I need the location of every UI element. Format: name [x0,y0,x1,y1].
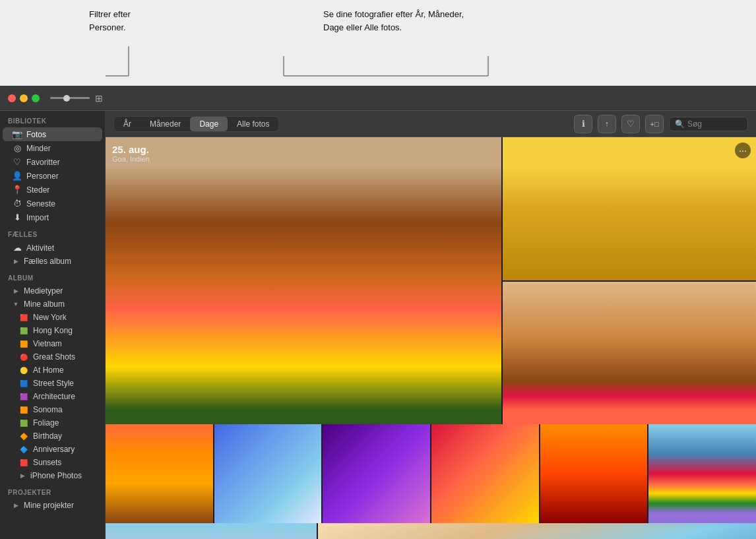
zoom-slider-thumb[interactable] [63,95,70,102]
iphone-photos-disclosure[interactable]: ▶ [18,472,26,480]
great-shots-icon: 🔴 [18,354,29,361]
photo-sari-blue-bg [323,424,430,523]
close-button[interactable] [8,94,16,102]
sidebar-item-minder-label: Minder [26,144,96,153]
import-icon: ⬇ [12,212,22,222]
view-all-button[interactable]: Alle fotos [228,117,278,131]
view-month-button[interactable]: Måneder [141,117,190,131]
sidebar-section-faelles: Fælles [0,224,105,241]
zoom-slider-track[interactable] [50,97,90,99]
sidebar-item-favoritter[interactable]: ♡ Favoritter [3,155,102,169]
search-input[interactable] [687,119,747,129]
sidebar-item-hong-kong[interactable]: 🟩 Hong Kong [3,324,102,337]
sidebar-section-album: Album [0,268,105,284]
sidebar-item-medietyper-label: Medietyper [24,286,96,296]
sidebar-item-anniversary-label: Anniversary [33,445,96,454]
sidebar-item-minder[interactable]: ◎ Minder [3,141,102,155]
sidebar-item-fotos[interactable]: 📷 Fotos [3,127,102,141]
photo-mosque[interactable] [106,523,317,539]
photo-sari-orange-bg [106,424,213,523]
mine-projekter-disclosure[interactable]: ▶ [12,501,20,509]
sidebar-item-great-shots-label: Great Shots [33,352,96,362]
photo-hands-bg [431,424,539,523]
photo-abstract[interactable] [318,523,756,539]
sidebar-item-steder[interactable]: 📍 Steder [3,183,102,197]
bottom-row-1 [106,424,756,523]
sidebar-item-new-york[interactable]: 🟥 New York [3,311,102,324]
faelles-album-disclosure[interactable]: ▶ [12,257,20,265]
sidebar-item-steder-label: Steder [26,185,96,195]
info-button[interactable]: ℹ [574,115,592,133]
sidebar-item-fotos-label: Fotos [26,130,96,139]
grid-view-icon[interactable]: ⊞ [95,93,103,104]
view-year-button[interactable]: År [114,117,141,131]
medietyper-disclosure[interactable]: ▶ [12,287,20,295]
at-home-icon: 🟡 [18,367,29,374]
sidebar-item-new-york-label: New York [33,313,96,322]
toolbar: År Måneder Dage Alle fotos ℹ ↑ ♡ +□ 🔍 [106,111,756,137]
sidebar-item-vietnam-label: Vietnam [33,339,96,348]
main-panel: År Måneder Dage Alle fotos ℹ ↑ ♡ +□ 🔍 [106,111,756,539]
photo-man[interactable]: ··· [503,137,756,280]
photo-abstract-bg [318,523,756,539]
photo-dancer[interactable] [214,424,322,523]
sidebar-item-aktivitet[interactable]: ☁ Aktivitet [3,241,102,255]
photo-orange-ground[interactable] [540,424,648,523]
sidebar-item-great-shots[interactable]: 🔴 Great Shots [3,350,102,364]
search-field[interactable]: 🔍 [669,117,748,131]
sidebar-item-architecture[interactable]: 🟪 Architecture [3,390,102,403]
zoom-slider-area[interactable]: ⊞ [50,93,103,104]
sidebar-item-personer[interactable]: 👤 Personer [3,169,102,183]
sidebar-item-mine-album-label: Mine album [24,300,96,309]
sidebar-item-hong-kong-label: Hong Kong [33,326,96,335]
sunsets-icon: 🟥 [18,459,29,466]
view-mode-control[interactable]: År Måneder Dage Alle fotos [113,116,279,132]
mine-album-disclosure[interactable]: ▼ [12,300,20,308]
add-to-album-button[interactable]: +□ [645,115,664,133]
sidebar-item-at-home[interactable]: 🟡 At Home [3,364,102,377]
sidebar-item-anniversary[interactable]: 🔷 Anniversary [3,443,102,456]
sidebar-item-seneste[interactable]: ⏱ Seneste [3,197,102,210]
architecture-icon: 🟪 [18,393,29,400]
more-button[interactable]: ··· [735,143,751,158]
seneste-icon: ⏱ [12,199,22,208]
photo-date-label: 25. aug. [112,144,150,155]
sidebar-item-sunsets[interactable]: 🟥 Sunsets [3,456,102,469]
main-photo-column: 25. aug. Goa, Indien [106,137,501,424]
sidebar-item-mine-projekter[interactable]: ▶ Mine projekter [3,499,102,512]
app-window: Filtrer efter Personer. Se dine fotograf… [0,0,756,539]
photo-man-bg [503,137,756,280]
street-style-icon: 🟦 [18,380,29,387]
minimize-button[interactable] [20,94,28,102]
sidebar-item-birthday[interactable]: 🔶 Birthday [3,429,102,443]
sidebar-item-medietyper[interactable]: ▶ Medietyper [3,284,102,298]
sidebar-item-faelles-album[interactable]: ▶ Fælles album [3,255,102,268]
photo-main-woman[interactable]: 25. aug. Goa, Indien [106,137,501,424]
photo-hands[interactable] [431,424,539,523]
sidebar-item-sonoma[interactable]: 🟧 Sonoma [3,403,102,416]
photo-mosque-bg [106,523,317,539]
photo-sari-blue[interactable] [323,424,430,523]
photo-sari-orange[interactable] [106,424,213,523]
sidebar-item-street-style[interactable]: 🟦 Street Style [3,377,102,390]
sidebar-item-favoritter-label: Favoritter [26,158,96,167]
favorite-button[interactable]: ♡ [621,115,640,133]
photo-orange-ground-bg [540,424,648,523]
photo-grid-area: 25. aug. Goa, Indien ··· [106,137,756,539]
sidebar-item-foliage[interactable]: 🟩 Foliage [3,416,102,429]
content-area: Bibliotek 📷 Fotos ◎ Minder ♡ Favoritter … [0,111,756,539]
sidebar-item-iphone-photos[interactable]: ▶ iPhone Photos [3,469,102,482]
vietnam-icon: 🟧 [18,340,29,348]
sidebar-item-mine-album[interactable]: ▼ Mine album [3,298,102,311]
sidebar-item-at-home-label: At Home [33,365,96,375]
view-day-button[interactable]: Dage [190,117,228,131]
photo-laundry-bg [648,424,756,523]
photo-runner[interactable] [503,282,756,425]
sidebar-item-import[interactable]: ⬇ Import [3,210,102,224]
photo-laundry[interactable] [648,424,756,523]
sidebar-item-vietnam[interactable]: 🟧 Vietnam [3,337,102,350]
sidebar-item-architecture-label: Architecture [33,392,96,401]
sidebar-item-aktivitet-label: Aktivitet [26,243,96,253]
share-button[interactable]: ↑ [598,115,616,133]
maximize-button[interactable] [32,94,40,102]
